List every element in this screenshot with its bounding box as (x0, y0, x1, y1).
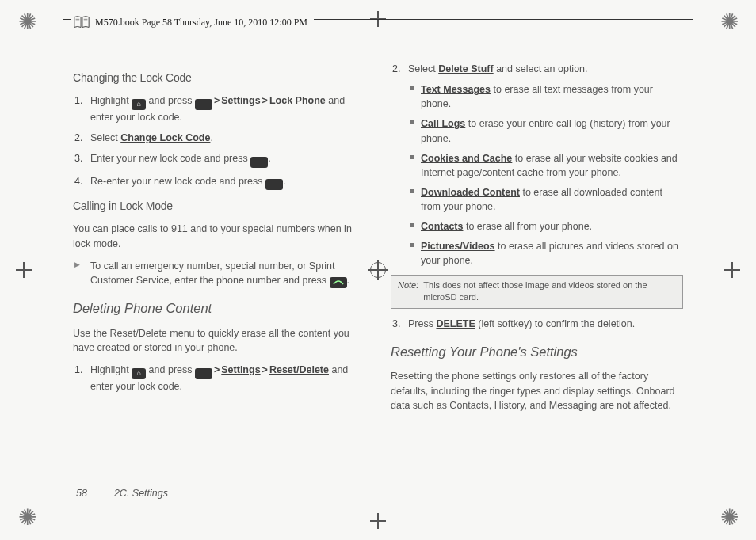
crop-mark-br: ✺ (718, 507, 740, 529)
crop-mark-bl: ✺ (16, 507, 38, 529)
heading-resetting: Resetting Your Phone's Settings (391, 343, 683, 362)
call-key-icon (330, 277, 347, 288)
nav-lock-phone: Lock Phone (269, 95, 326, 106)
opt-cookies-cache: Cookies and Cache to erase all your webs… (421, 151, 683, 180)
ui-delete-stuff: Delete Stuff (438, 63, 493, 74)
crop-mark-tr: ✺ (718, 11, 740, 33)
home-icon: ⌂ (132, 368, 146, 379)
step-1: 1. Highlight ⌂ and press >Settings>Lock … (90, 93, 365, 124)
opt-call-logs: Call Logs to erase your entire call log … (421, 116, 683, 145)
note-box: Note: This does not affect those image a… (391, 275, 683, 310)
nav-settings: Settings (221, 95, 260, 106)
bookplate: M570.book Page 58 Thursday, June 10, 201… (71, 13, 314, 32)
bookplate-text: M570.book Page 58 Thursday, June 10, 201… (95, 17, 307, 29)
left-column: Changing the Lock Code 1. Highlight ⌂ an… (73, 62, 365, 488)
ui-delete-softkey: DELETE (436, 318, 475, 329)
home-icon: ⌂ (132, 99, 146, 110)
para-resetting: Resetting the phone settings only restor… (391, 369, 683, 412)
step-2r: 2. Select Delete Stuff and select an opt… (408, 62, 683, 268)
opt-downloaded-content: Downloaded Content to erase all download… (421, 185, 683, 214)
crop-mark-left (16, 262, 32, 278)
note-label: Note: (398, 280, 418, 305)
step-4: 4. Re-enter your new lock code and press… (90, 174, 365, 191)
para-deleting: Use the Reset/Delete menu to quickly era… (73, 326, 365, 355)
crop-mark-tl: ✺ (16, 11, 38, 33)
crop-mark-right (724, 262, 740, 278)
chevron-right-icon: > (261, 364, 269, 375)
para-lock-mode: You can place calls to 911 and to your s… (73, 222, 365, 250)
ok-key-icon (195, 368, 212, 379)
chevron-right-icon: > (212, 95, 221, 106)
right-column: 2. Select Delete Stuff and select an opt… (391, 62, 683, 488)
step-3r: 3. Press DELETE (left softkey) to confir… (408, 317, 683, 331)
heading-changing-lock-code: Changing the Lock Code (73, 70, 365, 86)
step-2: 2. Select Change Lock Code. (90, 131, 365, 145)
crop-mark-bottom (377, 513, 379, 529)
note-body: This does not affect those image and vid… (423, 280, 676, 305)
page-footer: 58 2C. Settings (76, 488, 168, 499)
step-1b: 1. Highlight ⌂ and press >Settings>Reset… (90, 363, 365, 394)
bullet-emergency: To call an emergency number, special num… (90, 259, 365, 288)
opt-text-messages: Text Messages to erase all text messages… (421, 82, 683, 111)
ok-key-icon (250, 157, 268, 168)
opt-pictures-videos: Pictures/Videos to erase all pictures an… (421, 239, 683, 268)
section-label: 2C. Settings (114, 488, 168, 499)
nav-reset-delete: Reset/Delete (269, 364, 329, 375)
opt-contacts: Contacts to erase all from your phone. (421, 219, 683, 234)
ui-change-lock-code: Change Lock Code (120, 132, 210, 143)
step-3: 3. Enter your new lock code and press . (90, 151, 365, 168)
ok-key-icon (195, 99, 212, 110)
book-icon (73, 14, 90, 30)
heading-deleting-content: Deleting Phone Content (73, 299, 365, 318)
chevron-right-icon: > (261, 95, 269, 106)
page-number: 58 (76, 488, 87, 499)
nav-settings: Settings (221, 364, 260, 375)
ok-key-icon (265, 179, 283, 190)
heading-calling-lock-mode: Calling in Lock Mode (73, 198, 365, 214)
chevron-right-icon: > (212, 364, 221, 375)
